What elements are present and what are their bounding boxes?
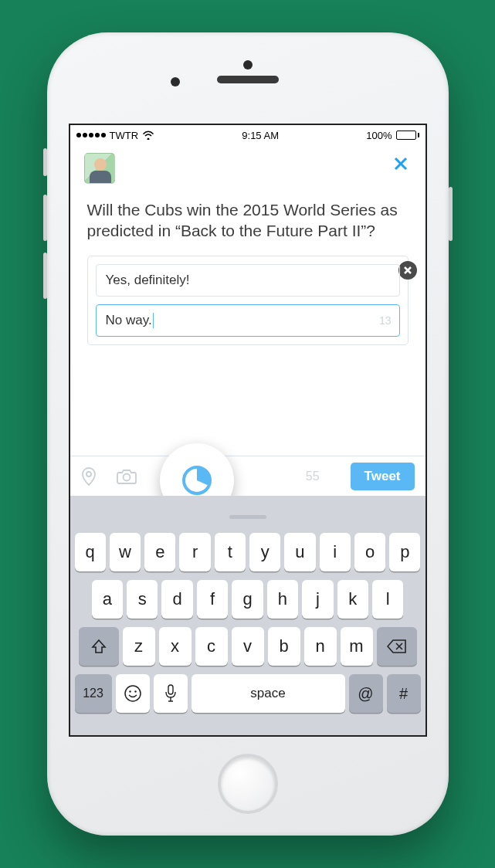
location-button[interactable] (81, 467, 97, 486)
close-icon (392, 155, 409, 172)
key-r[interactable]: r (179, 533, 210, 571)
compose-toolbar: 55 Tweet (70, 456, 425, 496)
key-h[interactable]: h (267, 580, 298, 619)
proximity-sensor (243, 60, 253, 70)
key-u[interactable]: u (284, 533, 315, 571)
backspace-icon (387, 639, 407, 654)
key-d[interactable]: d (161, 580, 192, 619)
close-icon (403, 266, 412, 275)
iphone-device-frame: TWTR 9:15 AM 100% Will the Cubs win the (47, 32, 449, 836)
screen: TWTR 9:15 AM 100% Will the Cubs win the (69, 124, 427, 737)
emoji-icon (124, 684, 142, 703)
poll-option-2-input[interactable]: No way. 13 (96, 304, 400, 337)
text-cursor (153, 313, 154, 328)
remove-poll-button[interactable] (398, 261, 417, 280)
keyboard-row-1: qwertyuiop (75, 533, 421, 571)
keyboard-row-4: 123 space @ # (75, 674, 421, 713)
key-a[interactable]: a (92, 580, 123, 619)
key-w[interactable]: w (110, 533, 141, 571)
tweet-text-input[interactable]: Will the Cubs win the 2015 World Series … (87, 199, 409, 242)
svg-point-3 (125, 686, 141, 701)
key-g[interactable]: g (232, 580, 263, 619)
shift-icon (90, 638, 107, 655)
key-o[interactable]: o (354, 533, 385, 571)
poll-option-2-text: No way. (106, 313, 152, 328)
key-z[interactable]: z (123, 627, 155, 666)
svg-point-1 (123, 473, 130, 480)
mute-switch (43, 148, 47, 176)
key-f[interactable]: f (197, 580, 228, 619)
power-button (449, 187, 453, 241)
wifi-icon (142, 131, 154, 140)
close-button[interactable] (390, 153, 412, 175)
microphone-icon (164, 684, 177, 703)
keyboard-suggestion-bar (75, 502, 421, 531)
key-i[interactable]: i (320, 533, 351, 571)
key-c[interactable]: c (195, 627, 228, 666)
camera-button[interactable] (117, 468, 137, 485)
emoji-key[interactable] (116, 674, 150, 713)
poll-option-1-text: Yes, definitely! (106, 273, 190, 288)
compose-header (70, 145, 425, 188)
clock: 9:15 AM (242, 130, 279, 141)
svg-point-0 (86, 472, 91, 476)
key-s[interactable]: s (127, 580, 158, 619)
earpiece-speaker (217, 76, 279, 83)
poll-option-1-input[interactable]: Yes, definitely! (96, 264, 400, 297)
keyboard: qwertyuiop asdfghjkl zxcvbnm 123 (70, 496, 425, 735)
key-n[interactable]: n (304, 627, 337, 666)
numbers-key[interactable]: 123 (75, 674, 112, 713)
status-bar: TWTR 9:15 AM 100% (70, 125, 425, 145)
key-b[interactable]: b (268, 627, 300, 666)
hash-key[interactable]: # (387, 674, 421, 713)
poll-card: Yes, definitely! No way. 13 (87, 256, 409, 345)
key-q[interactable]: q (75, 533, 106, 571)
dictation-key[interactable] (154, 674, 188, 713)
tweet-button[interactable]: Tweet (351, 463, 415, 490)
keyboard-row-2: asdfghjkl (75, 580, 421, 619)
front-camera (171, 77, 180, 86)
keyboard-row-3: zxcvbnm (75, 627, 421, 666)
svg-point-4 (129, 690, 131, 692)
carrier-label: TWTR (110, 130, 139, 141)
svg-point-5 (134, 690, 136, 692)
volume-up-button (43, 195, 47, 241)
signal-strength-icon (76, 133, 106, 137)
battery-icon (396, 131, 419, 140)
key-p[interactable]: p (389, 533, 420, 571)
volume-down-button (43, 253, 47, 299)
key-x[interactable]: x (159, 627, 192, 666)
key-e[interactable]: e (144, 533, 175, 571)
key-v[interactable]: v (232, 627, 264, 666)
avatar[interactable] (84, 153, 115, 184)
compose-body: Will the Cubs win the 2015 World Series … (70, 188, 425, 345)
character-count: 55 (306, 470, 320, 483)
key-l[interactable]: l (372, 580, 403, 619)
key-y[interactable]: y (249, 533, 280, 571)
poll-icon (181, 464, 213, 497)
key-k[interactable]: k (337, 580, 368, 619)
shift-key[interactable] (79, 627, 119, 666)
key-j[interactable]: j (302, 580, 333, 619)
key-t[interactable]: t (215, 533, 246, 571)
svg-rect-6 (168, 685, 173, 694)
poll-option-2-remaining: 13 (379, 314, 392, 327)
space-key[interactable]: space (192, 674, 345, 713)
key-m[interactable]: m (341, 627, 373, 666)
location-pin-icon (81, 467, 97, 486)
backspace-key[interactable] (377, 627, 417, 666)
home-button[interactable] (218, 754, 278, 814)
battery-percentage: 100% (366, 130, 392, 141)
camera-icon (117, 468, 137, 485)
at-key[interactable]: @ (349, 674, 383, 713)
